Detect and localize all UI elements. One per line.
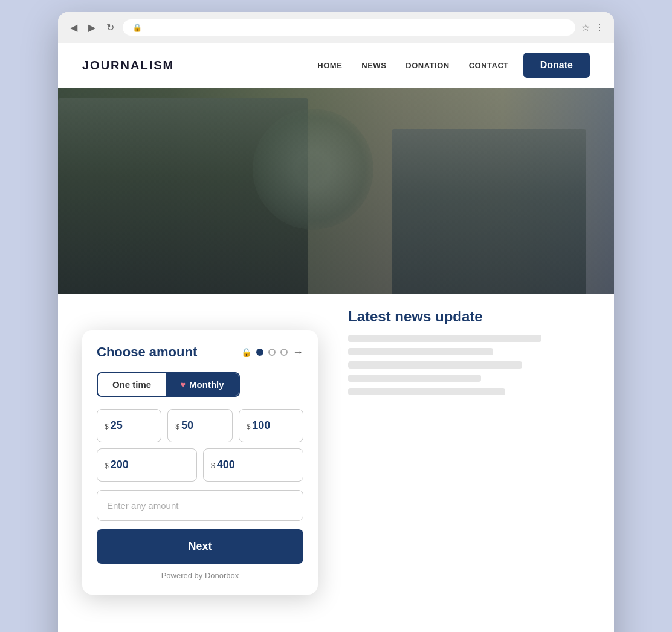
- amount-grid-row2: $ 200 $ 400: [97, 448, 303, 482]
- url-input[interactable]: [147, 23, 566, 32]
- lock-icon: 🔒: [132, 23, 142, 32]
- currency-symbol-4: $: [105, 462, 109, 470]
- lock-icon: 🔒: [241, 347, 251, 357]
- donation-widget: Choose amount 🔒 → One time ♥ Monthly: [82, 330, 318, 595]
- step-indicator-2: [268, 349, 276, 356]
- powered-by-text: Powered by Donorbox: [97, 571, 303, 580]
- amount-50-button[interactable]: $ 50: [167, 409, 232, 442]
- amount-200-value: 200: [111, 459, 129, 471]
- forward-button[interactable]: ▶: [86, 19, 98, 36]
- nav-contact[interactable]: CONTACT: [469, 61, 509, 70]
- monthly-label: Monthly: [189, 379, 224, 390]
- page-content: JOURNALISM HOME NEWS DONATION CONTACT Do…: [58, 43, 614, 632]
- amount-grid-row1: $ 25 $ 50 $ 100: [97, 409, 303, 442]
- nav-donation[interactable]: DONATION: [405, 61, 449, 70]
- monthly-button[interactable]: ♥ Monthly: [166, 373, 238, 396]
- step-indicator-3: [280, 349, 288, 356]
- content-area: Choose amount 🔒 → One time ♥ Monthly: [58, 88, 614, 632]
- amount-400-button[interactable]: $ 400: [203, 448, 303, 482]
- widget-header: Choose amount 🔒 →: [97, 344, 303, 360]
- currency-symbol-3: $: [247, 422, 251, 431]
- next-button[interactable]: Next: [97, 529, 303, 564]
- heart-icon: ♥: [180, 379, 186, 390]
- amount-400-value: 400: [217, 459, 235, 471]
- site-logo: JOURNALISM: [82, 59, 174, 73]
- news-line-4: [348, 375, 481, 382]
- currency-symbol-2: $: [175, 422, 179, 431]
- amount-200-button[interactable]: $ 200: [97, 448, 197, 482]
- browser-chrome: ◀ ▶ ↻ 🔒 ☆ ⋮: [58, 12, 614, 43]
- news-lines: [348, 335, 590, 395]
- news-title: Latest news update: [348, 308, 590, 325]
- nav-home[interactable]: HOME: [317, 61, 342, 70]
- nav-news[interactable]: NEWS: [361, 61, 386, 70]
- currency-symbol-5: $: [211, 462, 215, 470]
- amount-25-button[interactable]: $ 25: [97, 409, 161, 442]
- news-line-1: [348, 335, 541, 342]
- widget-header-icons: 🔒 →: [241, 346, 303, 359]
- news-section: Latest news update: [336, 294, 614, 511]
- widget-title: Choose amount: [97, 344, 197, 360]
- nav-donate-button[interactable]: Donate: [523, 53, 590, 78]
- one-time-button[interactable]: One time: [98, 373, 166, 396]
- browser-frame: ◀ ▶ ↻ 🔒 ☆ ⋮ JOURNALISM HOME NEWS DONATIO…: [58, 12, 614, 632]
- star-icon[interactable]: ☆: [581, 22, 590, 33]
- navbar: JOURNALISM HOME NEWS DONATION CONTACT Do…: [58, 43, 614, 88]
- custom-amount-input[interactable]: [97, 490, 303, 521]
- back-button[interactable]: ◀: [68, 19, 80, 36]
- news-line-2: [348, 348, 493, 355]
- amount-50-value: 50: [181, 419, 193, 432]
- menu-icon[interactable]: ⋮: [595, 22, 604, 33]
- frequency-toggle: One time ♥ Monthly: [97, 372, 240, 397]
- nav-links: HOME NEWS DONATION CONTACT: [317, 61, 508, 70]
- amount-25-value: 25: [111, 419, 123, 432]
- amount-100-value: 100: [252, 419, 270, 432]
- step-indicator-1: [256, 349, 263, 356]
- hero-image: [58, 88, 614, 294]
- address-bar[interactable]: 🔒: [123, 19, 575, 36]
- next-arrow-icon: →: [292, 346, 303, 359]
- currency-symbol-1: $: [105, 422, 109, 431]
- news-line-5: [348, 388, 505, 395]
- news-line-3: [348, 361, 522, 369]
- browser-actions: ☆ ⋮: [581, 22, 604, 33]
- amount-100-button[interactable]: $ 100: [239, 409, 303, 442]
- refresh-button[interactable]: ↻: [104, 19, 117, 36]
